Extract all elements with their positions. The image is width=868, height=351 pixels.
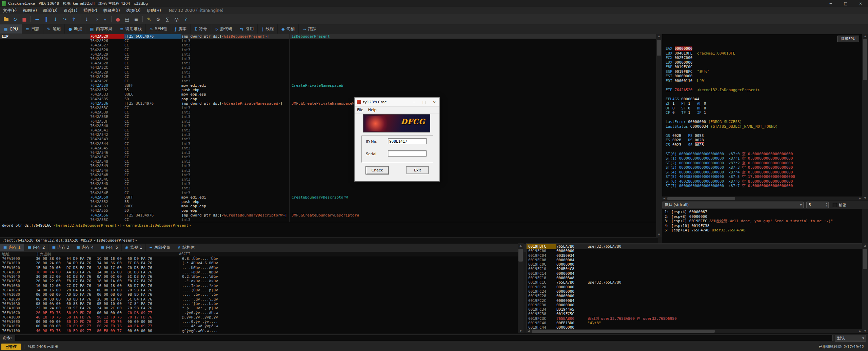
argument-row[interactable]: 4: [esp+10] 0019FC38	[662, 224, 862, 228]
maximize-button[interactable]: □	[838, 0, 853, 7]
disasm-row[interactable]: 7642A52CCCint3	[0, 65, 656, 70]
scroll-thumb[interactable]	[532, 330, 715, 333]
stack-row[interactable]: 0019FBFC765EA7B0user32.765EA7B0	[527, 244, 863, 249]
dump-row[interactable]: 76FA103018 00 1A 00A4 D8 FA 7614 00 16 0…	[0, 270, 518, 274]
stack-row[interactable]: 0019FC2400000000	[527, 289, 863, 294]
scroll-down-icon[interactable]: ▼	[862, 329, 868, 333]
disasm-row[interactable]: 7642A55CCCint3	[0, 218, 656, 222]
register-line[interactable]: GS 002B FS 0053	[662, 133, 863, 138]
argument-row[interactable]: 1: [esp+4] 00000087	[662, 210, 862, 214]
tab-script[interactable]: ƒ脚本	[171, 24, 191, 34]
scroll-down-icon[interactable]: ▼	[656, 232, 662, 237]
register-line[interactable]: EBX 004010FE crackme1.004010FE	[662, 51, 863, 56]
register-line[interactable]: ZF 1 PF 1 AF 0	[662, 101, 863, 106]
argument-row[interactable]: 2: [esp+8] 00000000	[662, 214, 862, 219]
register-line[interactable]: ST(0) 00000000000000000000 x87r0 空 0.000…	[662, 152, 863, 157]
tab-cpu[interactable]: ▦CPU	[0, 24, 22, 34]
dialog-close-button[interactable]: ×	[429, 98, 439, 106]
tab-trace[interactable]: →跟踪	[299, 24, 320, 34]
tab-seh[interactable]: ∞SEH链	[146, 24, 171, 34]
dump-row[interactable]: 76FA10B022 00 24 0090 5F FA 762A 00 2C 0…	[0, 306, 518, 310]
stack-row[interactable]: 0019FC1400000004	[527, 271, 863, 276]
scroll-left-icon[interactable]: ◀	[526, 329, 531, 333]
disasm-row[interactable]: EIP7642A520FF25 6C0E4976jmp dword ptr ds…	[0, 34, 656, 39]
serial-input[interactable]	[388, 150, 427, 157]
disasm-row[interactable]: 7642A54CCCint3	[0, 177, 656, 182]
scroll-left-icon[interactable]: ◀	[662, 197, 667, 201]
disasm-row[interactable]: 7642A5308BFFmov edi,ediCreatePrivateName…	[0, 83, 656, 88]
exit-button[interactable]: Exit	[406, 166, 429, 174]
scroll-thumb[interactable]	[657, 40, 661, 56]
dump-row[interactable]: 76FA10F000 00 00 00C0 E9 09 77F0 20 FD 7…	[0, 324, 518, 328]
run-icon[interactable]: →	[33, 15, 41, 23]
stack-row[interactable]: 0019FC0000000000	[527, 249, 863, 253]
register-line[interactable]: OF 0 SF 0 DF 0	[662, 106, 863, 111]
pause-icon[interactable]: ‖	[42, 15, 51, 23]
close-button[interactable]: ×	[853, 0, 868, 7]
hide-fpu-button[interactable]: 隐藏FPU	[837, 36, 859, 42]
memtab-dump4[interactable]: ▦内存 4	[73, 244, 98, 251]
register-line[interactable]: CF 0 TF 1 IF 1	[662, 110, 863, 115]
stack-row[interactable]: 0019FC380019FC5C	[527, 312, 863, 316]
dump-row[interactable]: 76FA105020 00 22 00F8 D7 FA 7618 00 1A 0…	[0, 279, 518, 283]
dump-row[interactable]: 76FA10E000 00 00 0030 1D FD 7620 1D FD 7…	[0, 319, 518, 324]
disasm-row[interactable]: 7642A52DCCint3	[0, 70, 656, 75]
stack-row[interactable]: 0019FC3C765EA800返回到 user32.765EA800 自 us…	[527, 316, 863, 321]
register-line[interactable]: LastError 00000000 (ERROR_SUCCESS)	[662, 120, 863, 124]
check-button[interactable]: Check	[366, 166, 389, 174]
register-line[interactable]	[662, 92, 863, 97]
disasm-row[interactable]: 7642A53ECCint3	[0, 115, 656, 119]
scroll-thumb[interactable]	[518, 249, 523, 262]
search-icon[interactable]: ◎	[172, 15, 181, 23]
menu-item-4[interactable]: 插件(P)	[80, 7, 100, 14]
dump-row[interactable]: 76FA10D040 18 FD 7650 1A FD 7690 12 FD 7…	[0, 315, 518, 319]
register-line[interactable]: ST(4) 00000000000000000000 x87r4 空 0.000…	[662, 170, 863, 175]
disasm-row[interactable]: 7642A529CCint3	[0, 52, 656, 57]
disasm-row[interactable]: 7642A541CCint3	[0, 128, 656, 132]
disasm-row[interactable]: 7642A545CCint3	[0, 146, 656, 150]
disasm-row[interactable]: 7642A54ECCint3	[0, 186, 656, 190]
memtab-dump5[interactable]: ▦内存 5	[97, 244, 122, 251]
tab-handles[interactable]: ◆句柄	[278, 24, 299, 34]
scroll-down-icon[interactable]: ▼	[862, 196, 868, 201]
stop-icon[interactable]: ■	[20, 15, 28, 23]
stack-row[interactable]: 0019FC10020B04C8	[527, 267, 863, 271]
memtab-locals[interactable]: ≡局部变量	[146, 244, 174, 251]
disasm-row[interactable]: 7642A53FCCint3	[0, 119, 656, 124]
scroll-up-icon[interactable]: ▲	[518, 243, 524, 248]
memtab-dump2[interactable]: ▦内存 2	[24, 244, 49, 251]
disasm-row[interactable]: 7642A54FCCint3	[0, 191, 656, 195]
disasm-row[interactable]: 7642A548CCint3	[0, 159, 656, 164]
memtab-watch1[interactable]: ◉监视 1	[122, 244, 146, 251]
disasm-row[interactable]: 7642A543CCint3	[0, 137, 656, 141]
menu-item-7[interactable]: 帮助(H)	[143, 7, 164, 14]
dump-row[interactable]: 76FA107014 00 16 0028 D4 FA 760E 00 10 0…	[0, 288, 518, 292]
dialog-titlebar[interactable]: ty123's Crac... ─ □ ×	[355, 98, 439, 107]
disasm-row[interactable]: 7642A53255push ebp	[0, 88, 656, 92]
dump-row[interactable]: 76FA108006 00 08 00A0 8D FA 7606 00 08 0…	[0, 292, 518, 297]
disasm-row[interactable]: 7642A52FCCint3	[0, 79, 656, 83]
scroll-up-icon[interactable]: ▲	[862, 243, 868, 248]
tab-references[interactable]: ⇆引用	[236, 24, 258, 34]
command-profile-select[interactable]: 默认	[835, 335, 866, 342]
registers-hscrollbar[interactable]: ◀ ▶	[662, 197, 862, 201]
dialog-minimize-button[interactable]: ─	[409, 98, 419, 106]
stack-row[interactable]: 0019FC2C00000084	[527, 298, 863, 303]
memtab-dump1[interactable]: ▦内存 1	[0, 244, 24, 251]
register-line[interactable]: EDX 00000000	[662, 60, 863, 65]
scroll-up-icon[interactable]: ▲	[656, 34, 662, 39]
scroll-right-icon[interactable]: ▶	[857, 329, 862, 333]
disasm-row[interactable]: 7642A5355Dpop ebp	[0, 97, 656, 101]
disasm-row[interactable]: 7642A52ACCint3	[0, 57, 656, 61]
register-line[interactable]: ST(6) 40028000000000000000 x87r6 空 8.000…	[662, 179, 863, 184]
register-line[interactable]	[662, 147, 863, 152]
stack-hscrollbar[interactable]: ◀ ▶	[526, 329, 862, 333]
breakpoint-icon[interactable]: ●	[114, 15, 122, 23]
register-line[interactable]: ST(7) 00000000000000000000 x87r7 空 0.000…	[662, 184, 863, 188]
animate-icon[interactable]: »	[101, 15, 109, 23]
argument-row[interactable]: 5: [esp+14] 765F47AB user32.765F47AB	[662, 228, 862, 233]
patch-icon[interactable]: ✎	[145, 15, 153, 23]
dump-row[interactable]: 76FA104030 00 32 006C D8 FA 760A 00 0C 0…	[0, 274, 518, 279]
scroll-right-icon[interactable]: ▶	[857, 197, 862, 201]
disasm-row[interactable]: 7642A54BCCint3	[0, 173, 656, 177]
